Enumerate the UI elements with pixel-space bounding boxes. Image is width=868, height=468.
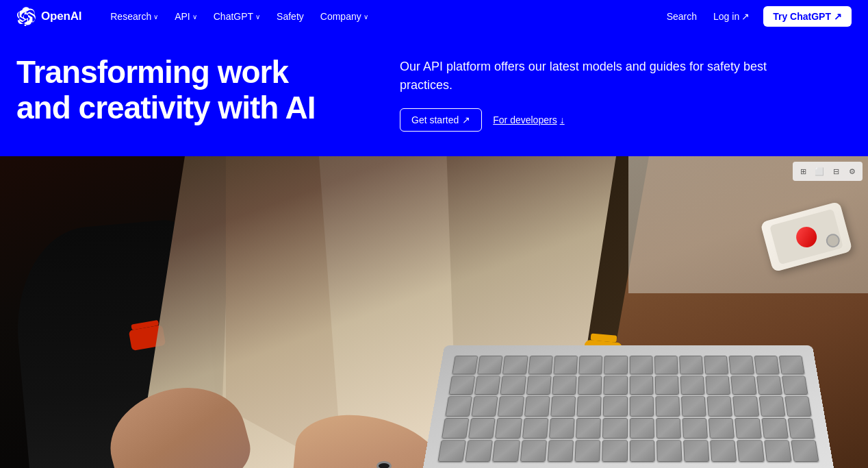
- scene-background: [0, 156, 868, 468]
- image-toolbar: ⊞ ⬜ ⊟ ⚙: [793, 162, 863, 181]
- settings-button[interactable]: ⚙: [845, 164, 860, 179]
- brand-name: OpenAI: [41, 10, 81, 23]
- keyboard-key: [680, 375, 704, 395]
- nav-right-actions: Search Log in ↗ Try ChatGPT ↗: [660, 6, 852, 27]
- keyboard-key: [754, 356, 779, 374]
- for-developers-link[interactable]: For developers ↓: [493, 114, 564, 125]
- keyboard-key: [520, 441, 546, 462]
- hero-title: Transforming work and creativity with AI: [16, 55, 345, 125]
- keyboard-key: [654, 375, 679, 395]
- hero-right-content: Our API platform offers our latest model…: [400, 55, 852, 132]
- keyboard-key: [654, 356, 678, 374]
- keyboard-key: [603, 396, 628, 416]
- chevron-down-icon: ∨: [192, 13, 197, 21]
- main-nav: OpenAI Research ∨ API ∨ ChatGPT ∨ Safety…: [0, 0, 868, 33]
- keyboard-key: [547, 441, 574, 462]
- keyboard-key: [602, 418, 627, 439]
- keyboard-key: [437, 441, 465, 462]
- keyboard-key: [629, 441, 654, 462]
- keyboard-key: [495, 418, 522, 439]
- keyboard-key: [629, 396, 654, 416]
- hero-left-content: Transforming work and creativity with AI: [16, 55, 345, 125]
- keyboard-key: [552, 375, 576, 395]
- keyboard-key: [452, 356, 478, 374]
- keyboard-key: [492, 441, 520, 462]
- keyboard-key: [704, 356, 728, 374]
- keyboard-key: [574, 441, 600, 462]
- keyboard-key: [787, 418, 815, 439]
- single-view-button[interactable]: ⬜: [812, 164, 827, 179]
- hero-description: Our API platform offers our latest model…: [400, 58, 783, 95]
- arrow-icon: ↗: [462, 114, 470, 125]
- chevron-down-icon: ∨: [153, 13, 158, 21]
- chevron-down-icon: ∨: [255, 13, 260, 21]
- keyboard-key: [729, 356, 754, 374]
- keyboard-key: [764, 441, 792, 462]
- keyboard-key: [578, 356, 602, 374]
- keyboard-key: [782, 375, 808, 395]
- hero-section: Transforming work and creativity with AI…: [0, 33, 868, 156]
- login-link[interactable]: Log in ↗: [706, 7, 756, 26]
- keyboard-key: [710, 441, 737, 462]
- nav-item-research[interactable]: Research ∨: [103, 7, 165, 26]
- nav-item-company[interactable]: Company ∨: [314, 7, 375, 26]
- keyboard-key: [522, 418, 548, 439]
- keyboard-key: [465, 441, 493, 462]
- keyboard-key: [498, 396, 524, 416]
- search-button[interactable]: Search: [660, 7, 704, 26]
- keyboard-key: [779, 356, 805, 374]
- keyboard-key: [731, 375, 757, 395]
- keyboard-key: [550, 396, 576, 416]
- keyboard-key: [629, 418, 654, 439]
- keyboard-key: [681, 396, 706, 416]
- arrow-down-icon: ↓: [560, 114, 565, 125]
- get-started-button[interactable]: Get started ↗: [400, 108, 482, 132]
- keyboard-key: [442, 418, 470, 439]
- keyboard-key: [445, 396, 472, 416]
- keyboard-key: [528, 356, 552, 374]
- keyboard-key: [577, 396, 602, 416]
- keyboard-key: [679, 356, 704, 374]
- keyboard-key: [578, 375, 602, 395]
- keyboard-key: [732, 396, 758, 416]
- keyboard-key: [576, 418, 601, 439]
- keyboard-key: [468, 418, 496, 439]
- nav-links: Research ∨ API ∨ ChatGPT ∨ Safety Compan…: [103, 7, 659, 26]
- keyboard-key: [761, 418, 789, 439]
- laptop: [423, 345, 834, 468]
- keyboard-key: [448, 375, 475, 395]
- keyboard-key: [756, 375, 782, 395]
- grid-view-button[interactable]: ⊞: [795, 164, 810, 179]
- keyboard-key: [602, 441, 627, 462]
- hero-image: ⊞ ⬜ ⊟ ⚙: [0, 156, 868, 468]
- keyboard-key: [682, 418, 708, 439]
- keyboard-key: [735, 418, 761, 439]
- keyboard-key: [707, 396, 733, 416]
- keyboard-key: [758, 396, 785, 416]
- laptop-keyboard: [437, 356, 819, 462]
- keyboard-key: [474, 375, 500, 395]
- keyboard-key: [502, 356, 528, 374]
- try-chatgpt-button[interactable]: Try ChatGPT ↗: [763, 6, 852, 27]
- keyboard-key: [706, 375, 731, 395]
- keyboard-key: [629, 356, 652, 374]
- hero-cta-buttons: Get started ↗ For developers ↓: [400, 108, 852, 132]
- nav-item-api[interactable]: API ∨: [168, 7, 204, 26]
- keyboard-key: [604, 356, 627, 374]
- external-link-icon: ↗: [741, 11, 750, 22]
- keyboard-key: [629, 375, 653, 395]
- keyboard-key: [524, 396, 550, 416]
- keyboard-key: [549, 418, 575, 439]
- image-fit-button[interactable]: ⊟: [828, 164, 843, 179]
- keyboard-key: [656, 441, 682, 462]
- keyboard-key: [656, 418, 681, 439]
- keyboard-key: [526, 375, 552, 395]
- keyboard-key: [472, 396, 498, 416]
- nav-item-chatgpt[interactable]: ChatGPT ∨: [207, 7, 267, 26]
- keyboard-key: [477, 356, 502, 374]
- nav-item-safety[interactable]: Safety: [270, 7, 311, 26]
- keyboard-key: [709, 418, 735, 439]
- brand-logo[interactable]: OpenAI: [16, 7, 81, 26]
- keyboard-key: [737, 441, 765, 462]
- arrow-icon: ↗: [834, 11, 842, 22]
